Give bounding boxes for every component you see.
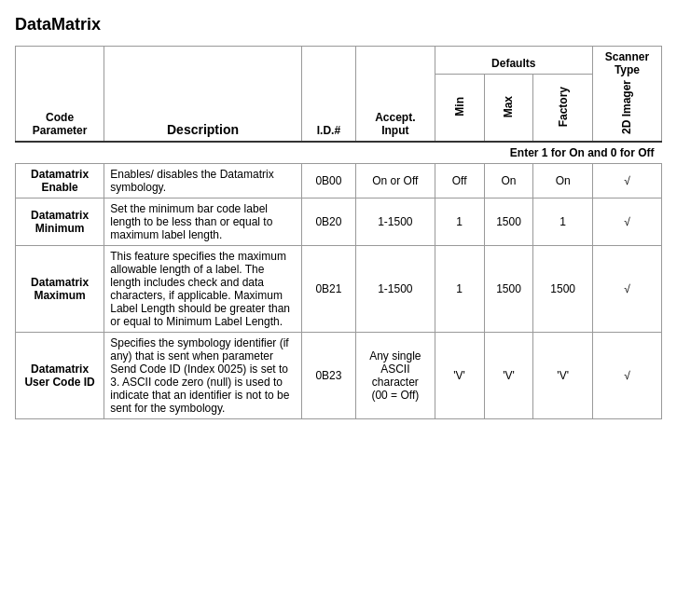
cell-scanner: √ [592,246,661,333]
header-defaults: Defaults [435,47,592,75]
datamatrix-table: Code Parameter Description I.D.# Accept.… [15,46,662,419]
cell-description: This feature specifies the maximum allow… [104,246,302,333]
header-accept: Accept. Input [356,47,435,143]
cell-description: Enables/ disables the Datamatrix symbolo… [104,164,302,198]
cell-factory: 1 [533,198,592,246]
header-scanner-type: Scanner Type 2D Imager [592,47,661,143]
page-title: DataMatrix [15,15,662,34]
cell-min: 1 [435,246,484,333]
cell-accept: On or Off [356,164,435,198]
header-description: Description [104,47,302,143]
cell-min: Off [435,164,484,198]
cell-accept: Any single ASCII character(00 = Off) [356,333,435,419]
header-min: Min [435,75,484,142]
cell-accept: 1-1500 [356,198,435,246]
cell-factory: 1500 [533,246,592,333]
cell-min: 'V' [435,333,484,419]
cell-id: 0B20 [301,198,355,246]
header-max: Max [484,75,533,142]
cell-id: 0B21 [301,246,355,333]
cell-max: 1500 [484,198,533,246]
table-row: Datamatrix EnableEnables/ disables the D… [16,164,662,198]
cell-min: 1 [435,198,484,246]
cell-max: 'V' [484,333,533,419]
cell-max: 1500 [484,246,533,333]
cell-accept: 1-1500 [356,246,435,333]
cell-scanner: √ [592,198,661,246]
cell-code-param: Datamatrix Maximum [16,246,104,333]
cell-id: 0B00 [301,164,355,198]
header-factory: Factory [533,75,592,142]
cell-scanner: √ [592,164,661,198]
cell-code-param: Datamatrix Enable [16,164,104,198]
header-code-param: Code Parameter [16,47,104,143]
cell-max: On [484,164,533,198]
cell-code-param: Datamatrix User Code ID [16,333,104,419]
cell-scanner: √ [592,333,661,419]
cell-factory: On [533,164,592,198]
cell-description: Specifies the symbology identifier (if a… [104,333,302,419]
cell-code-param: Datamatrix Minimum [16,198,104,246]
table-row: Datamatrix User Code IDSpecifies the sym… [16,333,662,419]
cell-factory: 'V' [533,333,592,419]
table-row: Datamatrix MinimumSet the minimum bar co… [16,198,662,246]
table-row: Datamatrix MaximumThis feature specifies… [16,246,662,333]
cell-id: 0B23 [301,333,355,419]
cell-description: Set the minimum bar code label length to… [104,198,302,246]
header-id: I.D.# [301,47,355,143]
enter-note: Enter 1 for On and 0 for Off [16,142,662,164]
